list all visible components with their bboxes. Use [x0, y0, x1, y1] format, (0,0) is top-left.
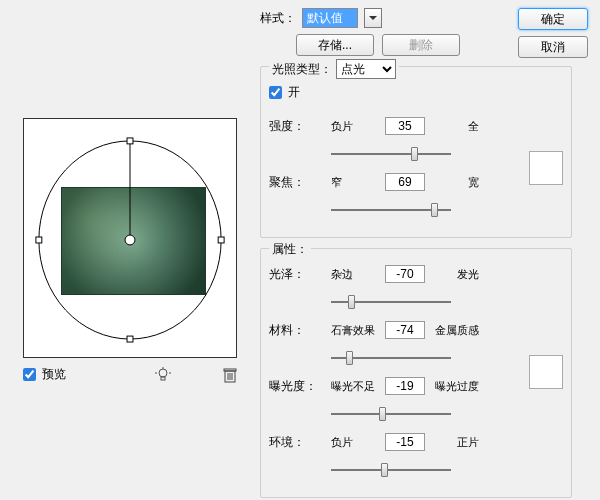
material-value[interactable]	[385, 321, 425, 339]
ambience-slider[interactable]	[331, 462, 451, 478]
style-select[interactable]: 默认值	[302, 8, 358, 28]
ok-button[interactable]: 确定	[518, 8, 588, 30]
material-left-label: 石膏效果	[331, 323, 377, 338]
intensity-right-label: 全	[433, 119, 479, 134]
material-slider[interactable]	[331, 350, 451, 366]
focus-left-label: 窄	[331, 175, 377, 190]
cancel-button[interactable]: 取消	[518, 36, 588, 58]
exposure-value[interactable]	[385, 377, 425, 395]
light-on-label: 开	[288, 84, 300, 101]
svg-rect-5	[36, 237, 42, 243]
intensity-slider[interactable]	[331, 146, 451, 162]
exposure-right-label: 曝光过度	[433, 379, 479, 394]
properties-group: 属性： 光泽： 杂边 发光 材料： 石膏效果	[260, 248, 572, 498]
ambience-value[interactable]	[385, 433, 425, 451]
exposure-label: 曝光度：	[269, 378, 325, 395]
intensity-value[interactable]	[385, 117, 425, 135]
focus-label: 聚焦：	[269, 174, 325, 191]
intensity-label: 强度：	[269, 118, 325, 135]
intensity-left-label: 负片	[331, 119, 377, 134]
svg-point-2	[125, 235, 135, 245]
preview-pane[interactable]	[23, 118, 237, 358]
exposure-left-label: 曝光不足	[331, 379, 377, 394]
svg-rect-3	[127, 138, 133, 144]
delete-button: 删除	[382, 34, 460, 56]
light-on-checkbox[interactable]	[269, 86, 282, 99]
ambient-color-swatch[interactable]	[529, 355, 563, 389]
preview-checkbox-label: 预览	[42, 366, 66, 383]
gloss-left-label: 杂边	[331, 267, 377, 282]
ambience-left-label: 负片	[331, 435, 377, 450]
material-right-label: 金属质感	[433, 323, 479, 338]
add-light-icon[interactable]	[155, 367, 171, 383]
svg-rect-4	[127, 336, 133, 342]
save-button[interactable]: 存储...	[296, 34, 374, 56]
light-type-select[interactable]: 点光	[336, 59, 396, 79]
light-gizmo[interactable]	[24, 119, 236, 357]
gloss-slider[interactable]	[331, 294, 451, 310]
gloss-right-label: 发光	[433, 267, 479, 282]
exposure-slider[interactable]	[331, 406, 451, 422]
delete-light-icon[interactable]	[223, 367, 237, 383]
material-label: 材料：	[269, 322, 325, 339]
light-type-legend: 光照类型：	[272, 61, 332, 78]
ambience-label: 环境：	[269, 434, 325, 451]
style-dropdown-icon[interactable]	[364, 8, 382, 28]
light-type-group: 光照类型： 点光 开 强度： 负片 全	[260, 66, 572, 238]
style-label: 样式：	[260, 10, 296, 27]
gloss-label: 光泽：	[269, 266, 325, 283]
focus-slider[interactable]	[331, 202, 451, 218]
focus-value[interactable]	[385, 173, 425, 191]
svg-point-7	[159, 369, 167, 377]
svg-rect-8	[161, 377, 165, 380]
svg-rect-6	[218, 237, 224, 243]
focus-right-label: 宽	[433, 175, 479, 190]
light-color-swatch[interactable]	[529, 151, 563, 185]
svg-rect-13	[224, 369, 236, 371]
gloss-value[interactable]	[385, 265, 425, 283]
properties-legend: 属性：	[269, 241, 311, 258]
preview-checkbox[interactable]	[23, 368, 36, 381]
ambience-right-label: 正片	[433, 435, 479, 450]
